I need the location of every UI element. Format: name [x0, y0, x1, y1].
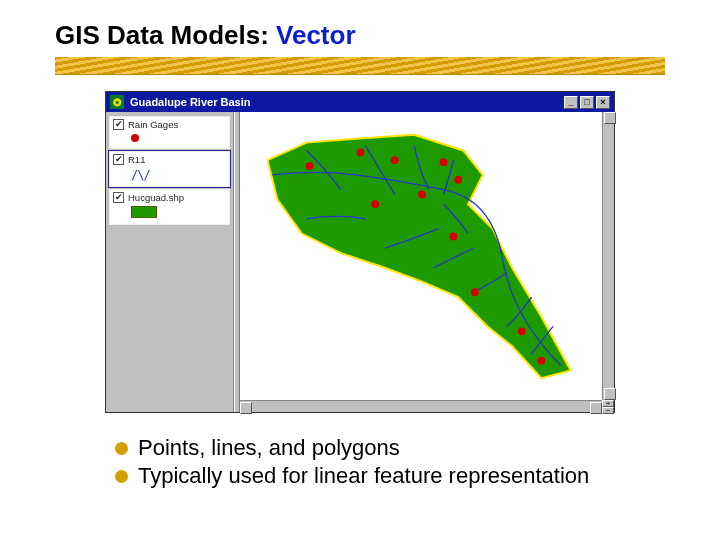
svg-point-10 [537, 357, 545, 365]
polygon-symbol-icon [131, 206, 157, 218]
maximize-button[interactable]: □ [580, 96, 594, 109]
svg-point-4 [454, 176, 462, 184]
app-icon: ✪ [110, 95, 124, 109]
layer-hucguad[interactable]: ✔ Hucguad.shp [109, 189, 230, 225]
zoom-out-button[interactable]: − [602, 407, 614, 414]
svg-point-9 [518, 327, 526, 335]
map-canvas[interactable] [248, 118, 600, 398]
title-prefix: GIS Data Models: [55, 20, 276, 50]
layer-label: R11 [128, 154, 145, 165]
window-title: Guadalupe River Basin [130, 96, 250, 108]
map-svg [248, 118, 600, 398]
title-accent: Vector [276, 20, 356, 50]
minimize-button[interactable]: _ [564, 96, 578, 109]
basin-polygon [268, 135, 571, 378]
close-button[interactable]: × [596, 96, 610, 109]
layer-checkbox[interactable]: ✔ [113, 154, 124, 165]
slide: GIS Data Models: Vector ✪ Guadalupe Rive… [0, 0, 720, 489]
line-symbol-icon: /\/ [131, 168, 150, 182]
svg-point-2 [391, 156, 399, 164]
bullet-text: Typically used for linear feature repres… [138, 463, 589, 489]
layer-label: Hucguad.shp [128, 192, 184, 203]
bullet-text: Points, lines, and polygons [138, 435, 400, 461]
svg-point-8 [471, 288, 479, 296]
layer-checkbox[interactable]: ✔ [113, 192, 124, 203]
window-titlebar[interactable]: ✪ Guadalupe River Basin _ □ × [106, 92, 614, 112]
layer-toc: ✔ Rain Gages ✔ R11 /\/ ✔ Hucguad.shp [106, 112, 234, 412]
bullet-icon [115, 442, 128, 455]
list-item: Points, lines, and polygons [115, 435, 665, 461]
svg-point-6 [371, 200, 379, 208]
layer-label: Rain Gages [128, 119, 178, 130]
gis-body: ✔ Rain Gages ✔ R11 /\/ ✔ Hucguad.shp [106, 112, 614, 412]
zoom-controls: + − [602, 400, 614, 412]
layer-rain-gages[interactable]: ✔ Rain Gages [109, 116, 230, 149]
bullet-icon [115, 470, 128, 483]
layer-r11[interactable]: ✔ R11 /\/ [109, 151, 230, 187]
svg-point-5 [418, 191, 426, 199]
point-symbol-icon [131, 134, 139, 142]
svg-point-1 [357, 148, 365, 156]
svg-point-3 [440, 158, 448, 166]
layer-checkbox[interactable]: ✔ [113, 119, 124, 130]
map-scrollbar-vertical[interactable] [602, 112, 614, 400]
map-pane[interactable]: + − [240, 112, 614, 412]
bullet-list: Points, lines, and polygons Typically us… [115, 435, 665, 489]
decorative-rule [55, 57, 665, 75]
svg-point-0 [306, 162, 314, 170]
page-title: GIS Data Models: Vector [55, 20, 665, 51]
svg-point-7 [449, 233, 457, 241]
map-scrollbar-horizontal[interactable] [240, 400, 602, 412]
list-item: Typically used for linear feature repres… [115, 463, 665, 489]
gis-window: ✪ Guadalupe River Basin _ □ × ✔ Rain Gag… [105, 91, 615, 413]
